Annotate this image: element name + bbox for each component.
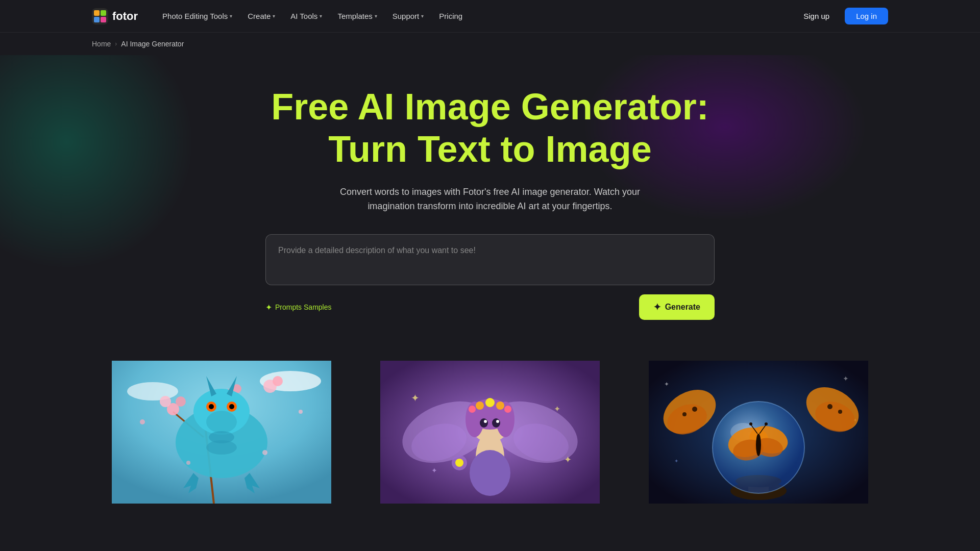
prompt-container: ✦ Prompts Samples ✦ Generate [265,234,715,320]
breadcrumb: Home › AI Image Generator [0,33,980,55]
chevron-down-icon: ▾ [320,13,322,19]
gallery-item-fairy[interactable]: ✦ ✦ ✦ ✦ [360,361,620,551]
hero-section: Free AI Image Generator: Turn Text to Im… [0,55,980,340]
breadcrumb-separator: › [115,40,117,47]
nav-item-support[interactable]: Support ▾ [386,8,430,24]
nav-item-templates[interactable]: Templates ▾ [331,8,383,24]
generate-icon: ✦ [653,302,661,313]
svg-point-32 [299,410,303,414]
svg-point-56 [455,459,463,467]
nav-item-photo-editing[interactable]: Photo Editing Tools ▾ [156,8,238,24]
breadcrumb-home-link[interactable]: Home [92,40,111,48]
signup-button[interactable]: Sign up [794,8,839,24]
svg-point-54 [496,420,499,423]
chevron-down-icon: ▾ [230,13,232,19]
dragon-image [92,361,351,504]
svg-point-20 [206,411,237,433]
svg-point-85 [692,407,697,412]
svg-point-53 [484,420,487,423]
prompt-actions: ✦ Prompts Samples ✦ Generate [265,294,715,320]
svg-point-34 [262,450,267,455]
svg-point-17 [273,376,283,386]
chevron-down-icon: ▾ [421,13,424,19]
svg-point-48 [496,402,504,410]
nav-menu: Photo Editing Tools ▾ Create ▾ AI Tools … [156,8,469,24]
gallery-item-dragon[interactable] [92,361,351,551]
svg-point-87 [827,404,832,409]
login-button[interactable]: Log in [845,8,888,24]
svg-point-79 [749,422,752,425]
svg-point-24 [229,404,234,409]
svg-text:✦: ✦ [564,455,572,465]
svg-point-41 [470,450,510,496]
chevron-down-icon: ▾ [375,13,377,19]
svg-text:✦: ✦ [411,392,420,404]
svg-text:✦: ✦ [674,458,678,464]
gallery-section: ✦ ✦ ✦ ✦ [0,340,980,551]
svg-point-33 [186,461,190,465]
navbar: fotor Photo Editing Tools ▾ Create ▾ AI … [0,0,980,33]
svg-text:✦: ✦ [431,466,437,474]
hero-subtitle: Convert words to images with Fotor's fre… [316,185,664,214]
svg-point-13 [160,396,171,407]
svg-rect-2 [101,10,106,16]
fairy-image: ✦ ✦ ✦ ✦ [360,361,620,504]
svg-point-23 [209,404,214,409]
svg-text:✦: ✦ [554,405,560,413]
svg-point-49 [469,406,476,413]
svg-point-86 [682,412,687,416]
nav-left: fotor Photo Editing Tools ▾ Create ▾ AI … [92,8,469,24]
svg-rect-3 [94,17,100,22]
svg-rect-4 [101,17,106,22]
prompts-samples-button[interactable]: ✦ Prompts Samples [265,303,331,312]
fotor-logo-icon [92,8,108,24]
nav-item-create[interactable]: Create ▾ [241,8,281,24]
breadcrumb-current-page: AI Image Generator [121,40,184,48]
svg-point-12 [176,396,186,407]
svg-point-7 [127,382,178,400]
svg-point-46 [476,402,484,410]
logo-text: fotor [112,10,138,23]
svg-point-50 [504,406,511,413]
nav-item-pricing[interactable]: Pricing [433,8,469,24]
chevron-down-icon: ▾ [273,13,275,19]
butterfly-image: ✦ ✦ ✦ ✦ [629,361,888,504]
hero-title: Free AI Image Generator: Turn Text to Im… [271,86,709,170]
sparkle-icon: ✦ [265,303,272,312]
svg-point-76 [756,434,761,456]
svg-rect-1 [94,10,100,16]
svg-point-51 [480,418,488,428]
gallery-grid: ✦ ✦ ✦ ✦ [92,361,888,551]
generate-button[interactable]: ✦ Generate [639,294,715,320]
svg-text:✦: ✦ [843,374,849,383]
gallery-item-butterfly[interactable]: ✦ ✦ ✦ ✦ [629,361,888,551]
svg-point-52 [492,418,500,428]
svg-point-80 [765,422,768,425]
svg-point-88 [838,410,842,414]
svg-point-47 [485,398,495,407]
logo[interactable]: fotor [92,8,138,24]
svg-point-28 [206,440,237,455]
nav-right: Sign up Log in [794,8,888,24]
svg-text:✦: ✦ [664,381,669,388]
prompt-input[interactable] [265,234,715,285]
nav-item-ai-tools[interactable]: AI Tools ▾ [284,8,328,24]
svg-point-31 [140,419,145,424]
